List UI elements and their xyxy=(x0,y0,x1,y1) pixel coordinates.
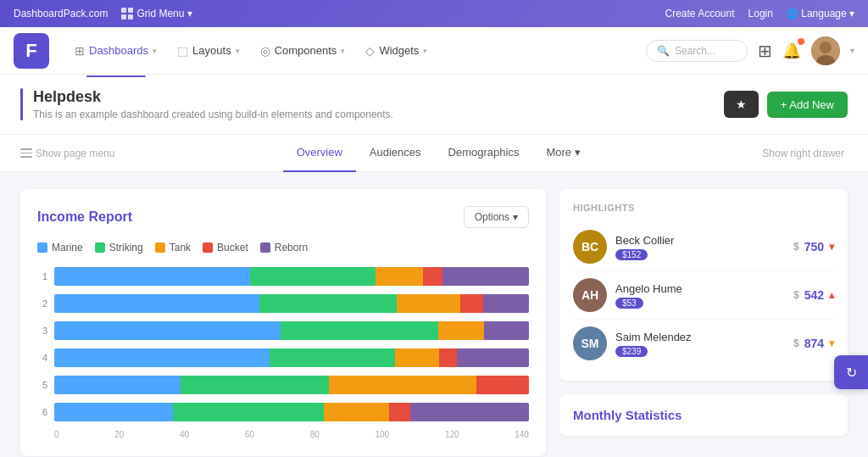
add-new-button[interactable]: + Add New xyxy=(767,92,848,118)
tank-dot xyxy=(155,242,165,253)
svg-point-1 xyxy=(820,42,832,53)
page-header: Helpdesk This is an example dashboard cr… xyxy=(0,75,868,135)
nav-label-dashboards: Dashboards xyxy=(89,44,148,57)
nav-item-components[interactable]: ◎ Components ▾ xyxy=(252,39,354,63)
chart-bar-segment xyxy=(439,348,457,367)
layouts-icon: ⬚ xyxy=(177,44,188,58)
grid-menu-label: Grid Menu xyxy=(136,8,184,20)
user-avatar[interactable] xyxy=(811,36,840,65)
site-label[interactable]: DashboardPack.com xyxy=(14,8,108,20)
avatar-angelo: AH xyxy=(573,278,607,312)
tab-more[interactable]: More ▾ xyxy=(532,135,594,172)
widgets-icon: ◇ xyxy=(365,44,375,58)
striking-label: Striking xyxy=(109,242,143,254)
tank-label: Tank xyxy=(170,242,191,254)
chart-bar-segment xyxy=(329,376,476,394)
tab-audiences[interactable]: Audiences xyxy=(356,135,435,172)
chart-bar-segment xyxy=(457,348,529,367)
top-bar-left: DashboardPack.com Grid Menu ▾ xyxy=(14,8,192,20)
language-chevron: ▾ xyxy=(849,8,854,20)
chart-row-bars xyxy=(54,267,529,286)
trend-saim-icon: ▾ xyxy=(829,337,834,349)
chart-bar-segment xyxy=(281,321,439,340)
dashboards-icon: ⊞ xyxy=(75,44,85,58)
chart-bar-segment xyxy=(442,267,529,286)
marine-dot xyxy=(37,242,47,253)
chart-bar-segment xyxy=(173,403,324,421)
chart-bar-segment xyxy=(483,294,529,313)
create-account-link[interactable]: Create Account xyxy=(665,8,734,20)
chart-legend: Marine Striking Tank Bucket Reborn xyxy=(37,242,529,254)
chart-row-label: 1 xyxy=(37,271,47,281)
legend-tank: Tank xyxy=(155,242,191,254)
nav-right: 🔍 Search... ⊞ 🔔 ▾ xyxy=(646,36,854,65)
tab-demographics-label: Demographics xyxy=(448,146,520,159)
language-selector[interactable]: 🌐 Language ▾ xyxy=(787,8,854,20)
nav-item-widgets[interactable]: ◇ Widgets ▾ xyxy=(357,39,436,63)
chart-row: 3 xyxy=(37,321,529,340)
chart-row-label: 2 xyxy=(37,298,47,309)
highlight-name-beck: Beck Collier xyxy=(615,234,785,247)
chart-bar-segment xyxy=(54,403,173,421)
chart-row-label: 5 xyxy=(37,380,47,390)
login-link[interactable]: Login xyxy=(748,8,773,20)
chart-bar-segment xyxy=(476,376,529,394)
tab-overview[interactable]: Overview xyxy=(283,135,356,172)
notification-bell[interactable]: 🔔 xyxy=(782,42,801,60)
show-right-drawer[interactable]: Show right drawer xyxy=(762,148,848,159)
avatar-image xyxy=(811,36,840,65)
options-button[interactable]: Options ▾ xyxy=(464,206,529,228)
highlight-item-2: SM Saim Melendez $239 $ 874 ▾ xyxy=(573,320,834,367)
chart-row-bars xyxy=(54,376,529,394)
components-icon: ◎ xyxy=(260,44,270,58)
search-box[interactable]: 🔍 Search... xyxy=(646,40,748,62)
nav-item-layouts[interactable]: ⬚ Layouts ▾ xyxy=(169,39,248,63)
chart-bar-segment xyxy=(484,321,529,340)
top-bar: DashboardPack.com Grid Menu ▾ Create Acc… xyxy=(0,0,868,27)
chart-bar-segment xyxy=(250,267,376,286)
tab-more-label: More xyxy=(546,146,571,159)
highlight-info-saim: Saim Melendez $239 xyxy=(615,331,785,357)
chart-row: 4 xyxy=(37,348,529,367)
tab-demographics[interactable]: Demographics xyxy=(435,135,533,172)
layouts-chevron: ▾ xyxy=(236,47,240,55)
chart-bar-segment xyxy=(54,348,270,367)
refresh-button[interactable]: ↻ xyxy=(834,355,868,389)
star-button[interactable]: ★ xyxy=(724,91,759,118)
show-right-drawer-label: Show right drawer xyxy=(762,148,844,159)
chart-x-axis: 0 20 40 60 80 100 120 140 xyxy=(37,430,529,439)
page-description: This is an example dashboard created usi… xyxy=(33,109,393,120)
logo[interactable]: F xyxy=(14,33,49,69)
legend-striking: Striking xyxy=(95,242,143,254)
highlights-card: HIGHLIGHTS BC Beck Collier $152 $ 750 ▾ … xyxy=(559,189,848,381)
highlight-amount-angelo: $ 542 ▴ xyxy=(793,288,834,302)
tab-audiences-label: Audiences xyxy=(370,146,421,159)
monthly-stats-title: Monthly Statistics xyxy=(573,408,834,422)
income-report-title: Income Report xyxy=(37,209,132,225)
options-label: Options xyxy=(475,211,509,223)
chart-bar-segment xyxy=(395,348,440,367)
notification-badge xyxy=(798,38,804,45)
user-menu-chevron[interactable]: ▾ xyxy=(850,46,854,55)
highlights-title: HIGHLIGHTS xyxy=(573,203,834,213)
nav-items: ⊞ Dashboards ▾ ⬚ Layouts ▾ ◎ Components … xyxy=(66,39,639,63)
show-page-menu-label: Show page menu xyxy=(36,148,114,159)
show-page-menu[interactable]: Show page menu xyxy=(20,148,114,159)
nav-item-dashboards[interactable]: ⊞ Dashboards ▾ xyxy=(66,39,165,63)
page-title: Helpdesk xyxy=(33,88,393,106)
chart-bar-segment xyxy=(438,321,483,340)
grid-menu[interactable]: Grid Menu ▾ xyxy=(121,8,192,20)
avatar-beck-inner: BC xyxy=(573,230,607,264)
highlight-amount-saim: $ 874 ▾ xyxy=(793,337,834,350)
income-report-card: Income Report Options ▾ Marine Striking … xyxy=(20,189,546,456)
chart-bar-segment xyxy=(270,348,395,367)
top-bar-right: Create Account Login 🌐 Language ▾ xyxy=(665,8,854,20)
marine-label: Marine xyxy=(52,242,83,254)
chart-bar-segment xyxy=(54,321,281,340)
nav-label-widgets: Widgets xyxy=(379,44,419,57)
page-header-left: Helpdesk This is an example dashboard cr… xyxy=(20,88,393,120)
highlight-badge-beck: $152 xyxy=(615,249,648,260)
chart-row-bars xyxy=(54,294,529,313)
apps-grid-icon[interactable]: ⊞ xyxy=(758,41,772,61)
bell-icon: 🔔 xyxy=(782,42,801,59)
